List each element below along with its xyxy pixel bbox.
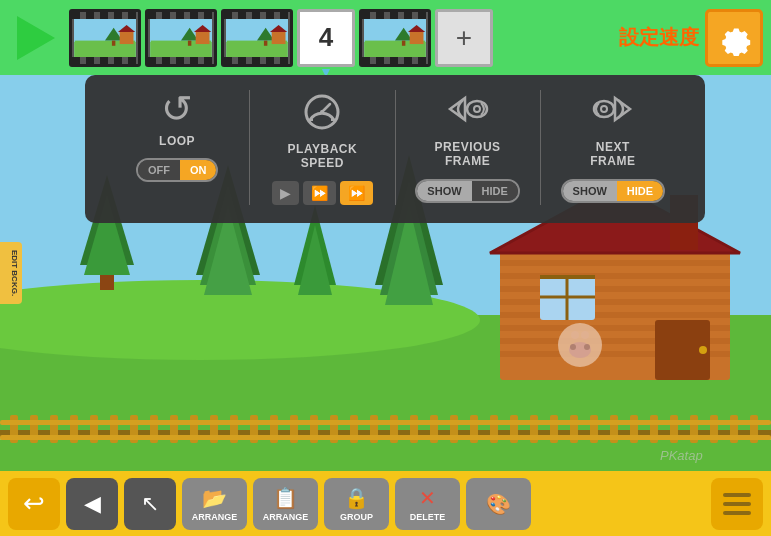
bottom-toolbar: ↩ ◀ ↖ 📂 ARRANGE 📋 ARRANGE 🔒 GROUP ✕ DELE… <box>0 471 771 536</box>
loop-icon: ↺ <box>161 90 193 128</box>
lock-icon: 🔒 <box>344 486 369 510</box>
svg-rect-54 <box>500 299 730 305</box>
svg-point-30 <box>474 106 480 112</box>
cursor-icon: ↖ <box>141 491 159 517</box>
frame-scene-2 <box>150 19 212 57</box>
next-hide[interactable]: HIDE <box>617 181 663 201</box>
folder-open-icon: 📂 <box>202 486 227 510</box>
svg-rect-115 <box>0 420 771 425</box>
top-toolbar: 4 <box>0 0 771 75</box>
previous-frame-section: PREVIOUSFRAME SHOW HIDE <box>396 90 541 205</box>
frame-inner-5 <box>364 19 426 57</box>
svg-rect-3 <box>112 40 115 45</box>
frame-number-text: 4 <box>319 22 333 53</box>
previous-show[interactable]: SHOW <box>417 181 471 201</box>
svg-point-66 <box>699 346 707 354</box>
layers-icon: 📋 <box>273 486 298 510</box>
svg-rect-53 <box>500 286 730 292</box>
filmstrip-frame-1[interactable] <box>69 9 141 67</box>
svg-rect-4 <box>120 31 134 43</box>
svg-rect-52 <box>500 273 730 279</box>
svg-point-32 <box>601 106 607 112</box>
next-frame-section: NEXTFRAME SHOW HIDE <box>541 90 685 205</box>
back-arrow-icon: ◀ <box>84 491 101 517</box>
add-frame-icon: + <box>456 22 472 54</box>
popup-panel: ↺ LOOP OFF ON PLAYBACKSPEED ▶ <box>85 75 705 223</box>
play-icon <box>17 16 55 60</box>
select-button[interactable]: ↖ <box>124 478 176 530</box>
next-show[interactable]: SHOW <box>563 181 617 201</box>
svg-rect-9 <box>188 40 191 45</box>
filmstrip-container: 4 <box>69 9 613 67</box>
speed-buttons: ▶ ⏩ ⏩ <box>272 181 373 205</box>
previous-frame-toggle[interactable]: SHOW HIDE <box>415 179 520 203</box>
delete-button[interactable]: ✕ DELETE <box>395 478 460 530</box>
arrange2-button[interactable]: 📋 ARRANGE <box>253 478 318 530</box>
speed-fast-button[interactable]: ⏩ <box>340 181 373 205</box>
svg-rect-10 <box>196 31 210 43</box>
next-frame-toggle[interactable]: SHOW HIDE <box>561 179 666 203</box>
svg-rect-116 <box>0 435 771 440</box>
settings-button[interactable] <box>705 9 763 67</box>
loop-label: LOOP <box>159 134 195 148</box>
playback-speed-label: PLAYBACKSPEED <box>288 142 358 171</box>
loop-on[interactable]: ON <box>180 160 217 180</box>
edit-background-button[interactable]: EDIT BCKG. <box>0 242 22 304</box>
group-label: GROUP <box>340 512 373 522</box>
svg-point-73 <box>581 331 589 339</box>
speed-slow-button[interactable]: ▶ <box>272 181 299 205</box>
menu-line-3 <box>723 511 751 515</box>
group-button[interactable]: 🔒 GROUP <box>324 478 389 530</box>
svg-rect-22 <box>410 31 424 43</box>
frame-inner-3 <box>226 19 288 57</box>
svg-rect-15 <box>264 40 267 45</box>
svg-rect-51 <box>500 260 730 266</box>
speed-medium-button[interactable]: ⏩ <box>303 181 336 205</box>
menu-line-2 <box>723 502 751 506</box>
arrange1-label: ARRANGE <box>192 512 238 522</box>
next-frame-label: NEXTFRAME <box>590 140 635 169</box>
svg-point-26 <box>320 110 324 114</box>
svg-text:PKatap: PKatap <box>660 448 703 463</box>
frame-scene-3 <box>226 19 288 57</box>
frame-scene-5 <box>364 19 426 57</box>
loop-off[interactable]: OFF <box>138 160 180 180</box>
menu-button[interactable] <box>711 478 763 530</box>
palette-icon: 🎨 <box>486 492 511 516</box>
previous-frame-icon <box>445 90 490 134</box>
previous-hide[interactable]: HIDE <box>472 181 518 201</box>
frame-inner-2 <box>150 19 212 57</box>
previous-frame-label: PREVIOUSFRAME <box>435 140 501 169</box>
current-frame-number[interactable]: 4 <box>297 9 355 67</box>
svg-point-72 <box>571 331 579 339</box>
playback-speed-section: PLAYBACKSPEED ▶ ⏩ ⏩ <box>250 90 395 205</box>
delete-icon: ✕ <box>419 486 436 510</box>
svg-rect-55 <box>500 312 730 318</box>
svg-rect-16 <box>272 31 286 43</box>
speed-label: 設定速度 <box>619 24 699 51</box>
loop-section: ↺ LOOP OFF ON <box>105 90 250 205</box>
undo-icon: ↩ <box>23 488 45 519</box>
filmstrip-frame-3[interactable] <box>221 9 293 67</box>
filmstrip-frame-2[interactable] <box>145 9 217 67</box>
undo-button[interactable]: ↩ <box>8 478 60 530</box>
paint-button[interactable]: 🎨 <box>466 478 531 530</box>
next-frame-icon <box>590 90 635 134</box>
filmstrip-frame-5[interactable] <box>359 9 431 67</box>
loop-toggle[interactable]: OFF ON <box>136 158 219 182</box>
speedometer-icon <box>302 90 342 136</box>
svg-point-70 <box>570 344 576 350</box>
arrange2-label: ARRANGE <box>263 512 309 522</box>
menu-line-1 <box>723 493 751 497</box>
delete-label: DELETE <box>410 512 446 522</box>
back-button[interactable]: ◀ <box>66 478 118 530</box>
add-frame-button[interactable]: + <box>435 9 493 67</box>
svg-point-71 <box>584 344 590 350</box>
edit-bkg-label: EDIT BCKG. <box>10 250 19 296</box>
app-container: 4 <box>0 0 771 536</box>
play-button[interactable] <box>8 10 63 65</box>
frame-inner-1 <box>74 19 136 57</box>
frame-scene-1 <box>74 19 136 57</box>
arrange1-button[interactable]: 📂 ARRANGE <box>182 478 247 530</box>
svg-rect-21 <box>402 40 405 45</box>
